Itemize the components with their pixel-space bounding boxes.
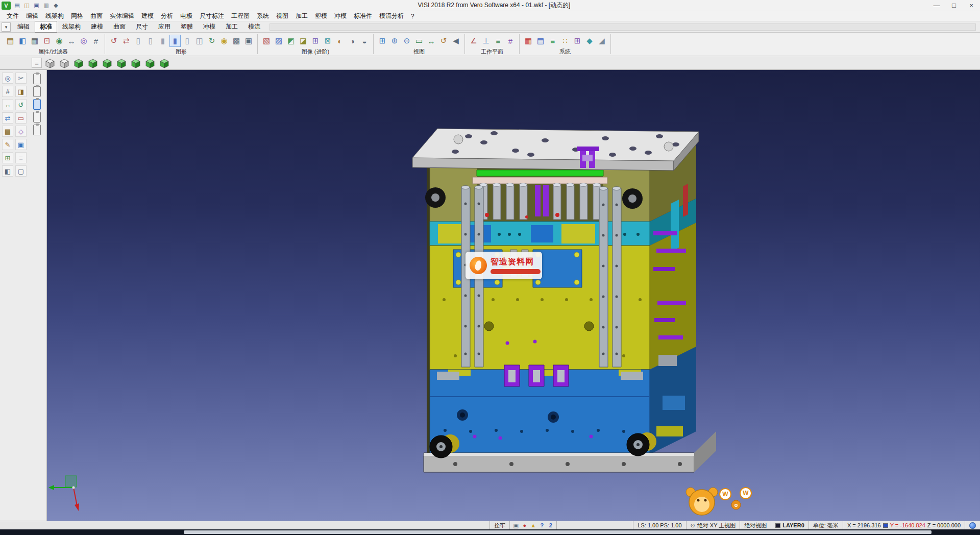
entity-attributes-icon[interactable]: ▤ bbox=[5, 35, 16, 47]
previous-view-icon[interactable]: ◀ bbox=[450, 35, 461, 47]
plane-clipboard-icon[interactable] bbox=[33, 99, 41, 110]
view-front-icon[interactable] bbox=[87, 57, 99, 68]
grid-settings-icon[interactable]: ⊞ bbox=[572, 35, 583, 47]
menu-item[interactable]: 尺寸标注 bbox=[196, 12, 228, 20]
view-right-icon[interactable] bbox=[101, 57, 113, 68]
scale-status[interactable]: LS: 1.00 PS: 1.00 bbox=[633, 521, 685, 529]
tab[interactable]: 模流 bbox=[243, 21, 265, 33]
view-top-icon[interactable] bbox=[72, 57, 85, 68]
menu-item[interactable]: 视图 bbox=[273, 12, 292, 20]
transparent-mode-icon[interactable]: ▯ bbox=[182, 35, 193, 47]
menu-item[interactable]: 建模 bbox=[138, 12, 157, 20]
horizontal-scrollbar[interactable] bbox=[184, 530, 932, 534]
plane-display-icon[interactable]: ◢ bbox=[596, 35, 607, 47]
color-table-icon[interactable]: ▦ bbox=[523, 35, 534, 47]
diamond-select-icon[interactable]: ◇ bbox=[15, 126, 27, 137]
line-style-icon[interactable]: ≡ bbox=[547, 35, 558, 47]
view-bottom-icon[interactable] bbox=[144, 57, 156, 68]
render-icon[interactable]: ▧ bbox=[261, 35, 272, 47]
visibility-filter-icon[interactable]: ◎ bbox=[78, 35, 89, 47]
settings-icon[interactable]: ◆ bbox=[52, 2, 60, 9]
fill-icon[interactable]: ▣ bbox=[15, 139, 27, 150]
background-icon[interactable]: ▩ bbox=[231, 35, 242, 47]
light-settings-icon[interactable]: ◉ bbox=[218, 35, 230, 47]
offset-icon[interactable]: ▭ bbox=[15, 112, 27, 124]
mold-assembly-model[interactable] bbox=[412, 129, 716, 472]
move-icon[interactable]: ↔ bbox=[2, 99, 13, 110]
gamma-icon[interactable]: ◒ bbox=[359, 35, 370, 47]
tab-dropdown-button[interactable]: ▾ bbox=[2, 22, 11, 32]
tab[interactable]: 加工 bbox=[220, 21, 243, 33]
zoom-in-icon[interactable]: ⊕ bbox=[389, 35, 400, 47]
rotate-icon[interactable]: ↺ bbox=[15, 99, 27, 110]
scissors-icon[interactable]: ✂ bbox=[15, 72, 27, 84]
menu-item[interactable]: 实体编辑 bbox=[106, 12, 138, 20]
snapshot-icon[interactable]: ▣ bbox=[243, 35, 254, 47]
menu-item[interactable]: 冲模 bbox=[331, 12, 350, 20]
view-left-icon[interactable] bbox=[115, 57, 128, 68]
plane-clipboard-icon[interactable] bbox=[33, 74, 41, 84]
view-wireframe-cube-icon[interactable] bbox=[58, 57, 70, 68]
record-icon[interactable]: ● bbox=[520, 522, 529, 528]
view-menu-icon[interactable]: ≡ bbox=[32, 58, 42, 68]
pan-icon[interactable]: ↔ bbox=[426, 35, 437, 47]
help-icon[interactable]: ? bbox=[537, 522, 546, 528]
workplane-align-icon[interactable]: ⊥ bbox=[480, 35, 492, 47]
regenerate-icon[interactable]: ⇄ bbox=[120, 35, 132, 47]
view-iso-icon[interactable] bbox=[158, 57, 170, 68]
layer-status[interactable]: LAYER0 bbox=[771, 521, 808, 529]
plane-clipboard-icon[interactable] bbox=[33, 112, 41, 123]
menu-item[interactable]: 线架构 bbox=[42, 12, 67, 20]
refresh-view-icon[interactable]: ↺ bbox=[108, 35, 119, 47]
minimize-button[interactable]: — bbox=[928, 0, 945, 11]
texture-icon[interactable]: ▨ bbox=[273, 35, 284, 47]
half-shade-icon[interactable]: ◧ bbox=[2, 165, 13, 177]
box-icon[interactable]: ▢ bbox=[15, 165, 27, 177]
menu-item[interactable]: 文件 bbox=[3, 12, 22, 20]
screen-capture-icon[interactable]: ▣ bbox=[511, 522, 520, 529]
rotate-view-icon[interactable]: ↺ bbox=[438, 35, 449, 47]
tab[interactable]: 线架构 bbox=[57, 21, 86, 33]
status-globe-field[interactable] bbox=[965, 521, 980, 529]
new-document-icon[interactable]: ▤ bbox=[13, 2, 21, 9]
lock-status[interactable]: 拴牢 bbox=[489, 521, 509, 529]
viewport-3d[interactable]: W o W 智造资料网 bbox=[47, 70, 980, 521]
dynamic-rotate-icon[interactable]: ↻ bbox=[206, 35, 217, 47]
mirror-icon[interactable]: ⇄ bbox=[2, 112, 13, 124]
tab[interactable]: 尺寸 bbox=[131, 21, 153, 33]
maximize-button[interactable]: □ bbox=[945, 0, 963, 11]
shadow-icon[interactable]: ◪ bbox=[298, 35, 309, 47]
snap-grid-icon[interactable]: # bbox=[2, 86, 13, 97]
tab[interactable]: 塑膜 bbox=[176, 21, 198, 33]
color-filter-icon[interactable]: ◧ bbox=[17, 35, 28, 47]
purge-icon[interactable]: # bbox=[90, 35, 102, 47]
tab[interactable]: 应用 bbox=[153, 21, 176, 33]
menu-item[interactable]: 系统 bbox=[253, 12, 273, 20]
hidden-line-mode-icon[interactable]: ▯ bbox=[145, 35, 156, 47]
plane-clipboard-icon[interactable] bbox=[33, 86, 41, 97]
menu-item[interactable]: 塑模 bbox=[311, 12, 331, 20]
tab[interactable]: 建模 bbox=[86, 21, 108, 33]
warning-icon[interactable]: ▲ bbox=[529, 522, 537, 528]
contrast-icon[interactable]: ◑ bbox=[347, 35, 358, 47]
zoom-out-icon[interactable]: ⊖ bbox=[401, 35, 412, 47]
wireframe-mode-icon[interactable]: ▯ bbox=[133, 35, 144, 47]
pencil-icon[interactable]: ✎ bbox=[2, 139, 13, 150]
plane-clipboard-icon[interactable] bbox=[33, 125, 41, 135]
mask-icon[interactable]: ◨ bbox=[15, 86, 27, 97]
zoom-fit-icon[interactable]: ▭ bbox=[413, 35, 425, 47]
select-icon[interactable]: ◎ bbox=[2, 72, 13, 84]
section-view-icon[interactable]: ◫ bbox=[194, 35, 205, 47]
units-status[interactable]: 单位: 毫米 bbox=[808, 521, 843, 529]
options-icon[interactable]: ◆ bbox=[584, 35, 595, 47]
view-back-icon[interactable] bbox=[130, 57, 142, 68]
workplane-entity-icon[interactable]: ≡ bbox=[493, 35, 504, 47]
menu-item[interactable]: 模流分析 bbox=[376, 12, 407, 20]
message-count-badge[interactable]: 2 bbox=[546, 522, 555, 528]
save-icon[interactable]: ▣ bbox=[32, 2, 41, 9]
menu-item[interactable]: ? bbox=[407, 13, 418, 20]
workplane-3point-icon[interactable]: # bbox=[505, 35, 516, 47]
menu-item[interactable]: 标准件 bbox=[350, 12, 376, 20]
measure-icon[interactable]: ↔ bbox=[66, 35, 77, 47]
point-style-icon[interactable]: ∷ bbox=[559, 35, 571, 47]
